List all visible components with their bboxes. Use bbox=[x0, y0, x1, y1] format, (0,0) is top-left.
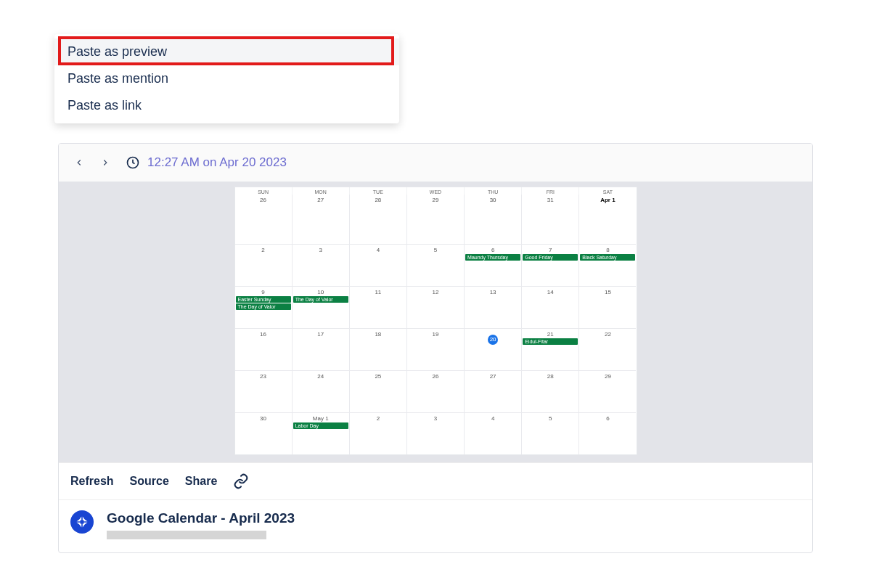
day-cell[interactable]: 3 bbox=[407, 412, 465, 454]
dow-header: SUN bbox=[235, 187, 293, 195]
card-footer: Google Calendar - April 2023 bbox=[59, 499, 812, 552]
day-number: 18 bbox=[350, 331, 406, 338]
calendar-event[interactable]: The Day of Valor bbox=[293, 296, 348, 303]
day-cell[interactable]: 30 bbox=[465, 195, 522, 244]
paste-options-menu: Paste as preview Paste as mention Paste … bbox=[54, 34, 399, 123]
paste-as-mention[interactable]: Paste as mention bbox=[54, 65, 399, 92]
day-number: 26 bbox=[235, 197, 292, 203]
day-cell[interactable]: 27 bbox=[293, 195, 350, 244]
day-cell[interactable]: 14 bbox=[522, 286, 579, 328]
day-number: 24 bbox=[293, 373, 349, 380]
copy-link-button[interactable] bbox=[233, 473, 249, 489]
day-cell[interactable]: 4 bbox=[350, 244, 407, 286]
day-cell[interactable]: 5 bbox=[407, 244, 465, 286]
day-cell[interactable]: 12 bbox=[407, 286, 465, 328]
day-cell[interactable]: 7Good Friday bbox=[522, 244, 579, 286]
footer-title: Google Calendar - April 2023 bbox=[107, 510, 295, 526]
day-number: 7 bbox=[522, 247, 578, 253]
calendar-event[interactable]: Maundy Thursday bbox=[465, 254, 520, 261]
day-number: 30 bbox=[465, 197, 521, 203]
day-cell[interactable]: 5 bbox=[522, 412, 579, 454]
day-cell[interactable]: 23 bbox=[235, 370, 293, 412]
source-button[interactable]: Source bbox=[130, 475, 169, 488]
day-cell[interactable]: 19 bbox=[407, 328, 465, 370]
dow-header: TUE bbox=[350, 187, 407, 195]
day-cell[interactable]: 8Black Saturday bbox=[579, 244, 636, 286]
day-cell[interactable]: 2 bbox=[350, 412, 407, 454]
link-icon bbox=[233, 473, 249, 489]
calendar-event[interactable]: Eidul-Fitar bbox=[523, 338, 578, 345]
arrows-icon bbox=[75, 515, 89, 529]
day-cell[interactable]: 11 bbox=[350, 286, 407, 328]
day-cell[interactable]: 28 bbox=[350, 195, 407, 244]
clock-icon bbox=[126, 155, 140, 170]
day-number: Apr 1 bbox=[579, 197, 636, 203]
day-cell[interactable]: 17 bbox=[293, 328, 350, 370]
day-number: 8 bbox=[579, 247, 636, 253]
day-number: 17 bbox=[293, 331, 349, 338]
calendar-event[interactable]: Easter Sunday bbox=[236, 296, 291, 303]
next-button[interactable] bbox=[95, 152, 115, 173]
dow-header: FRI bbox=[522, 187, 579, 195]
day-number: 6 bbox=[465, 247, 521, 253]
day-cell[interactable]: Apr 1 bbox=[579, 195, 636, 244]
day-number: 14 bbox=[522, 289, 578, 295]
day-number: 4 bbox=[465, 415, 521, 422]
day-cell[interactable]: 27 bbox=[465, 370, 522, 412]
prev-button[interactable] bbox=[69, 152, 89, 173]
day-cell[interactable]: 2 bbox=[235, 244, 293, 286]
day-number: 5 bbox=[522, 415, 578, 422]
day-cell[interactable]: 29 bbox=[407, 195, 465, 244]
day-number: 12 bbox=[407, 289, 464, 295]
day-cell[interactable]: 22 bbox=[579, 328, 636, 370]
calendar-event[interactable]: Black Saturday bbox=[580, 254, 635, 261]
paste-as-link[interactable]: Paste as link bbox=[54, 92, 399, 119]
day-cell[interactable]: 31 bbox=[522, 195, 579, 244]
day-number: 29 bbox=[407, 197, 464, 203]
day-number: 11 bbox=[350, 289, 406, 295]
day-number: 2 bbox=[235, 247, 292, 253]
day-number: May 1 bbox=[293, 415, 349, 422]
day-cell[interactable]: 26 bbox=[235, 195, 293, 244]
day-number: 4 bbox=[350, 247, 406, 253]
day-cell[interactable]: 3 bbox=[293, 244, 350, 286]
day-cell[interactable]: 21Eidul-Fitar bbox=[522, 328, 579, 370]
calendar-preview: SUNMONTUEWEDTHUFRISAT262728293031Apr 123… bbox=[59, 182, 812, 462]
day-cell[interactable]: 6Maundy Thursday bbox=[465, 244, 522, 286]
day-number: 28 bbox=[522, 373, 578, 380]
day-cell[interactable]: 15 bbox=[579, 286, 636, 328]
day-number: 5 bbox=[407, 247, 464, 253]
day-cell[interactable]: 9Easter SundayThe Day of Valor bbox=[235, 286, 293, 328]
chevron-right-icon bbox=[100, 158, 110, 168]
day-number: 28 bbox=[350, 197, 406, 203]
day-cell[interactable]: 4 bbox=[465, 412, 522, 454]
day-number: 27 bbox=[465, 373, 521, 380]
day-cell[interactable]: 10The Day of Valor bbox=[293, 286, 350, 328]
calendar-event[interactable]: Labor Day bbox=[293, 422, 348, 429]
day-number: 27 bbox=[293, 197, 349, 203]
day-number: 21 bbox=[522, 331, 578, 338]
day-cell[interactable]: 13 bbox=[465, 286, 522, 328]
day-cell[interactable]: 26 bbox=[407, 370, 465, 412]
share-button[interactable]: Share bbox=[185, 475, 217, 488]
day-cell[interactable]: 24 bbox=[293, 370, 350, 412]
calendar-event[interactable]: The Day of Valor bbox=[236, 303, 291, 310]
day-cell[interactable]: 25 bbox=[350, 370, 407, 412]
day-cell[interactable]: May 1Labor Day bbox=[293, 412, 350, 454]
day-number: 15 bbox=[579, 289, 636, 295]
day-cell[interactable]: 28 bbox=[522, 370, 579, 412]
day-number: 16 bbox=[235, 331, 292, 338]
day-cell[interactable]: 18 bbox=[350, 328, 407, 370]
day-cell[interactable]: 6 bbox=[579, 412, 636, 454]
calendar-event[interactable]: Good Friday bbox=[523, 254, 578, 261]
day-number: 19 bbox=[407, 331, 464, 338]
day-number: 6 bbox=[579, 415, 636, 422]
chevron-left-icon bbox=[74, 158, 84, 168]
day-number: 2 bbox=[350, 415, 406, 422]
day-cell[interactable]: 30 bbox=[235, 412, 293, 454]
day-cell[interactable]: 20 bbox=[465, 328, 522, 370]
paste-as-preview[interactable]: Paste as preview bbox=[54, 38, 399, 65]
day-cell[interactable]: 29 bbox=[579, 370, 636, 412]
day-cell[interactable]: 16 bbox=[235, 328, 293, 370]
refresh-button[interactable]: Refresh bbox=[70, 475, 114, 488]
